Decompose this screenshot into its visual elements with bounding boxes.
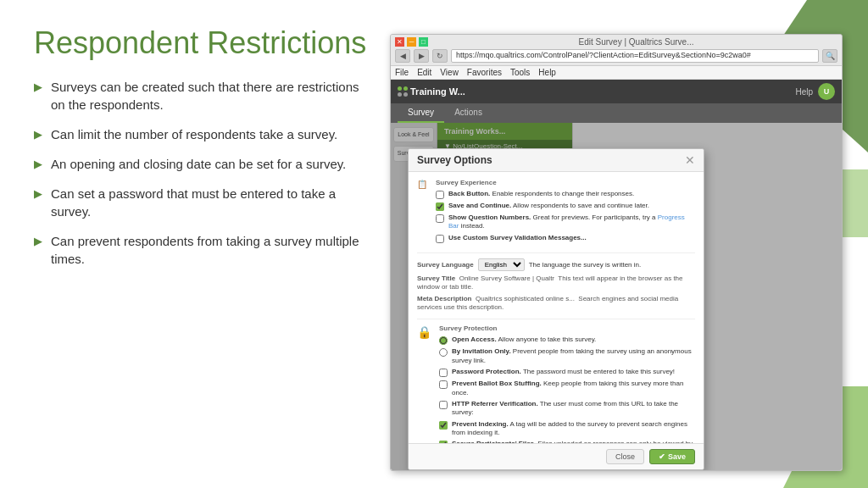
open-access-radio[interactable]	[439, 336, 448, 345]
menu-edit[interactable]: Edit	[417, 68, 431, 77]
logo-dot-2	[403, 86, 408, 91]
address-bar[interactable]: https://mqo.qualtrics.com/ControlPanel/?…	[451, 49, 819, 63]
save-continue-label: Save and Continue. Allow respondents to …	[448, 202, 649, 210]
browser-title-text: Edit Survey | Qualtrics Surve...	[435, 37, 837, 47]
survey-protection-label: Survey Protection	[439, 324, 695, 332]
back-button-label: Back Button. Enable respondents to chang…	[448, 190, 634, 198]
option-invitation-only: By Invitation Only. Prevent people from …	[439, 347, 695, 365]
menu-tools[interactable]: Tools	[510, 68, 530, 77]
save-label: Save	[668, 452, 686, 461]
browser-window: ✕ ─ □ Edit Survey | Qualtrics Surve... ◀…	[390, 34, 843, 471]
survey-protection-section: 🔒 Survey Protection Open Access. Allow a…	[417, 324, 695, 443]
option-password-protection: Password Protection. The password must b…	[439, 368, 695, 377]
language-description: The language the survey is written in.	[529, 261, 642, 269]
meta-description-row: Meta Description Qualtrics sophisticated…	[417, 295, 695, 313]
save-continue-checkbox[interactable]	[436, 202, 444, 211]
qualtrics-content: Look & Feel Survey Flow Training Works..…	[391, 123, 842, 470]
modal-footer: Close ✔ Save	[409, 443, 704, 469]
menu-file[interactable]: File	[395, 68, 409, 77]
survey-options-modal: Survey Options ✕ 📋	[408, 148, 704, 470]
bullet-text-5: Can prevent respondents from taking a su…	[51, 232, 373, 268]
show-question-numbers-checkbox[interactable]	[436, 214, 444, 223]
menu-bar: File Edit View Favorites Tools Help	[391, 66, 842, 80]
list-item: ▶ Can prevent respondents from taking a …	[34, 232, 373, 268]
window-controls: ✕ ─ □	[395, 37, 428, 47]
logo-dots	[398, 86, 408, 97]
http-referrer-checkbox[interactable]	[439, 401, 448, 409]
back-button[interactable]: ◀	[395, 49, 410, 63]
option-http-referrer: HTTP Referrer Verification. The user mus…	[439, 400, 695, 418]
option-back-button: Back Button. Enable respondents to chang…	[436, 190, 695, 199]
survey-experience-icon: 📋	[417, 180, 427, 189]
bullet-text-2: Can limit the number of respondents take…	[51, 125, 337, 143]
logo-dot-1	[398, 86, 402, 91]
window-close-button[interactable]: ✕	[395, 37, 404, 47]
bullet-arrow-icon: ▶	[34, 234, 42, 249]
invitation-only-radio[interactable]	[439, 348, 448, 357]
browser-title-bar: ✕ ─ □ Edit Survey | Qualtrics Surve...	[395, 37, 837, 47]
logo-dot-4	[403, 92, 408, 97]
window-minimize-button[interactable]: ─	[407, 37, 416, 47]
show-question-numbers-label: Show Question Numbers. Great for preview…	[448, 214, 695, 231]
tab-survey[interactable]: Survey	[398, 103, 444, 123]
bullet-list: ▶ Surveys can be created such that there…	[34, 78, 373, 268]
forward-button[interactable]: ▶	[414, 49, 429, 63]
list-item: ▶ Can set a password that must be entere…	[34, 185, 373, 220]
browser-chrome: ✕ ─ □ Edit Survey | Qualtrics Surve... ◀…	[391, 35, 842, 66]
modal-header: Survey Options ✕	[409, 149, 704, 172]
option-custom-validation: Use Custom Survey Validation Messages...	[436, 234, 695, 243]
nav-help[interactable]: Help	[795, 87, 813, 97]
custom-validation-checkbox[interactable]	[436, 235, 444, 243]
list-item: ▶ An opening and closing date can be set…	[34, 155, 373, 173]
list-item: ▶ Can limit the number of respondents ta…	[34, 125, 373, 143]
bullet-arrow-icon: ▶	[34, 186, 42, 202]
main-content: Respondent Restrictions ▶ Surveys can be…	[0, 0, 868, 488]
logo-dot-3	[398, 92, 402, 97]
option-open-access: Open Access. Allow anyone to take this s…	[439, 336, 695, 345]
search-button[interactable]: 🔍	[822, 49, 837, 63]
menu-view[interactable]: View	[440, 68, 459, 77]
option-show-question-numbers: Show Question Numbers. Great for preview…	[436, 214, 695, 231]
survey-title-row: Survey Title Online Survey Software | Qu…	[417, 274, 695, 292]
option-save-continue: Save and Continue. Allow respondents to …	[436, 202, 695, 211]
close-button[interactable]: Close	[606, 449, 644, 464]
menu-help[interactable]: Help	[538, 68, 556, 77]
survey-experience-section: 📋 Survey Experience Back Button. Enable …	[417, 179, 695, 246]
save-icon: ✔	[659, 452, 665, 461]
password-protection-checkbox[interactable]	[439, 369, 448, 377]
window-maximize-button[interactable]: □	[419, 37, 428, 47]
bullet-text-4: Can set a password that must be entered …	[51, 185, 373, 220]
save-button[interactable]: ✔ Save	[649, 449, 695, 464]
custom-validation-label: Use Custom Survey Validation Messages...	[448, 234, 587, 242]
bullet-text-1: Surveys can be created such that there a…	[51, 78, 373, 114]
address-bar-row: ◀ ▶ ↻ https://mqo.qualtrics.com/ControlP…	[395, 49, 837, 63]
qualtrics-app: Training W... Help U Survey Actions Look…	[391, 80, 842, 470]
survey-language-row: Survey Language English The language the…	[417, 258, 695, 271]
survey-language-section: Survey Language English The language the…	[417, 258, 695, 313]
bullet-arrow-icon: ▶	[34, 80, 42, 95]
left-panel: Respondent Restrictions ▶ Surveys can be…	[34, 25, 390, 471]
qualtrics-top-nav: Training W... Help U	[391, 80, 842, 103]
ballot-box-checkbox[interactable]	[439, 380, 448, 389]
menu-favorites[interactable]: Favorites	[467, 68, 502, 77]
modal-title: Survey Options	[417, 154, 492, 166]
nav-user-avatar[interactable]: U	[818, 83, 835, 100]
option-ballot-box: Prevent Ballot Box Stuffing. Keep people…	[439, 380, 695, 397]
project-name: Training W...	[410, 86, 465, 97]
password-protection-label: Password Protection. The password must b…	[452, 368, 675, 376]
section-divider	[417, 252, 695, 253]
invitation-only-label: By Invitation Only. Prevent people from …	[452, 347, 695, 365]
modal-close-button[interactable]: ✕	[685, 154, 695, 166]
back-button-checkbox[interactable]	[436, 191, 444, 199]
prevent-indexing-checkbox[interactable]	[439, 421, 448, 430]
bullet-arrow-icon: ▶	[34, 127, 42, 142]
survey-experience-label: Survey Experience	[436, 179, 695, 186]
tab-actions[interactable]: Actions	[444, 103, 492, 123]
list-item: ▶ Surveys can be created such that there…	[34, 78, 373, 114]
qualtrics-logo: Training W...	[398, 86, 465, 97]
refresh-button[interactable]: ↻	[432, 49, 448, 63]
lock-icon: 🔒	[417, 325, 431, 339]
ballot-box-label: Prevent Ballot Box Stuffing. Keep people…	[452, 380, 695, 397]
survey-language-label: Survey Language	[417, 261, 474, 269]
language-select[interactable]: English	[478, 258, 525, 271]
